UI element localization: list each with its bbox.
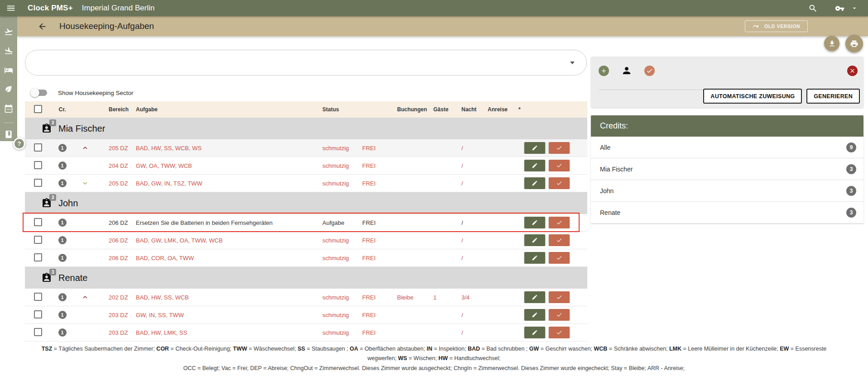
col-credits: Cr. [50,106,75,113]
row-checkbox[interactable] [34,310,42,318]
plus-icon [600,67,607,74]
credit-row[interactable]: Mia Fischer 3 [591,158,863,180]
row-bereich[interactable]: 205 DZ [95,180,134,187]
row-status: schmutzig [320,237,360,244]
edit-task-button[interactable] [524,177,545,189]
room-filter-combobox[interactable] [25,50,587,76]
complete-task-button[interactable] [549,160,570,171]
download-button[interactable] [824,36,839,51]
filter-input[interactable] [36,59,559,66]
row-bereich[interactable]: 206 DZ [95,237,134,244]
task-row[interactable]: 1 206 DZ BAD, COR, OA, TWW schmutzig FRE… [25,249,587,267]
staff-name: Mia Fischer [58,124,105,134]
edit-task-button[interactable] [524,160,545,171]
complete-task-button[interactable] [549,142,570,154]
task-row[interactable]: 1 203 DZ GW, IN, SS, TWW schmutzig FREI … [25,306,587,324]
edit-task-button[interactable] [524,142,545,154]
housekeeping-sector-toggle[interactable] [32,90,47,96]
row-status: schmutzig [320,162,360,169]
row-bereich[interactable]: 206 DZ [95,255,134,261]
complete-all-icon[interactable] [644,66,655,76]
select-all-checkbox[interactable] [34,105,42,113]
row-bereich[interactable]: 206 DZ [95,219,134,226]
row-aufgabe[interactable]: BAD, GW, IN, TSZ, TWW [134,180,320,187]
row-credits-badge: 1 [58,162,67,170]
close-panel-icon[interactable] [847,66,858,76]
generate-button[interactable]: GENERIEREN [806,89,860,104]
row-aufgabe[interactable]: BAD, GW, LMK, OA, TWW, WCB [134,237,320,244]
search-icon[interactable] [808,4,818,13]
edit-task-button[interactable] [524,217,545,228]
row-nacht: / [461,329,488,336]
hotel-icon[interactable] [4,66,13,75]
row-checkbox[interactable] [34,253,42,261]
complete-task-button[interactable] [549,291,570,303]
task-row[interactable]: 1 205 DZ BAD, GW, IN, TSZ, TWW schmutzig… [25,175,587,192]
edit-task-button[interactable] [524,291,545,303]
account-caret-down-icon[interactable] [851,5,858,12]
complete-task-button[interactable] [549,252,570,264]
help-button[interactable]: ? [13,138,25,150]
menu-icon[interactable] [6,3,16,13]
credit-row[interactable]: Renate 3 [591,202,863,223]
flight-land-icon[interactable] [4,46,13,55]
task-row[interactable]: 1 206 DZ BAD, GW, LMK, OA, TWW, WCB schm… [25,232,587,249]
add-task-icon[interactable] [599,66,609,76]
credit-row[interactable]: Alle 9 [591,137,863,158]
row-checkbox[interactable] [34,161,42,169]
staff-group-header[interactable]: 3 Mia Fischer [25,118,587,139]
task-row[interactable]: 1 205 DZ BAD, HW, SS, WCB, WS schmutzig … [25,139,587,157]
task-row[interactable]: 1 203 DZ BAD, HW, LMK, SS schmutzig FREI… [25,324,587,342]
row-status: schmutzig [320,145,360,152]
complete-task-button[interactable] [549,177,570,189]
row-checkbox[interactable] [34,293,42,301]
key-icon[interactable] [835,4,844,13]
row-aufgabe[interactable]: BAD, HW, SS, WCB [134,294,320,301]
book-icon[interactable] [4,130,13,139]
task-row[interactable]: 1 206 DZ Ersetzen Sie die Batterien in b… [25,214,587,232]
staff-group-header[interactable]: 3 Renate [25,267,587,289]
credit-row[interactable]: John 3 [591,180,863,202]
row-bereich[interactable]: 204 DZ [95,162,134,169]
check-icon [556,329,562,336]
row-aufgabe[interactable]: BAD, HW, SS, WCB, WS [134,145,320,152]
credits-panel: Credits: Alle 9 Mia Fischer 3 John 3 Ren… [591,115,863,223]
row-checkbox[interactable] [34,143,42,152]
row-bereich[interactable]: 203 DZ [95,312,134,318]
edit-task-button[interactable] [524,252,545,264]
flight-takeoff-icon[interactable] [4,27,13,36]
row-checkbox[interactable] [34,328,42,336]
row-bereich[interactable]: 203 DZ [95,329,134,336]
assign-person-icon[interactable] [621,65,632,76]
assignment-buttons: AUTOMATISCHE ZUWEISUNG GENERIEREN [703,89,860,104]
combobox-caret-down-icon[interactable] [570,62,575,64]
eco-icon[interactable] [4,85,13,94]
edit-task-button[interactable] [524,234,545,246]
edit-task-button[interactable] [524,309,545,321]
complete-task-button[interactable] [549,217,570,228]
check-icon [556,219,562,226]
calendar-icon[interactable] [4,104,13,113]
row-checkbox[interactable] [34,218,42,226]
row-aufgabe[interactable]: GW, OA, TWW, WCB [134,162,320,169]
row-aufgabe[interactable]: Ersetzen Sie die Batterien in beiden Fer… [134,219,320,226]
row-aufgabe[interactable]: GW, IN, SS, TWW [134,312,320,318]
complete-task-button[interactable] [549,327,570,338]
row-checkbox[interactable] [34,236,42,244]
print-button[interactable] [845,35,863,52]
task-row[interactable]: 1 202 DZ BAD, HW, SS, WCB schmutzig FREI… [25,289,587,306]
edit-task-button[interactable] [524,327,545,338]
row-bereich[interactable]: 205 DZ [95,145,134,152]
complete-task-button[interactable] [549,309,570,321]
staff-group-header[interactable]: 3 John [25,192,587,214]
old-version-button[interactable]: OLD VERSION [745,20,808,32]
row-aufgabe[interactable]: BAD, COR, OA, TWW [134,255,320,261]
task-row[interactable]: 1 204 DZ GW, OA, TWW, WCB schmutzig FREI… [25,157,587,175]
row-bereich[interactable]: 202 DZ [95,294,134,301]
row-aufgabe[interactable]: BAD, HW, LMK, SS [134,329,320,336]
auto-assign-button[interactable]: AUTOMATISCHE ZUWEISUNG [703,89,802,104]
back-arrow-icon[interactable] [38,22,47,31]
col-anreise: Anreise [488,106,518,113]
row-checkbox[interactable] [34,179,42,187]
complete-task-button[interactable] [549,234,570,246]
